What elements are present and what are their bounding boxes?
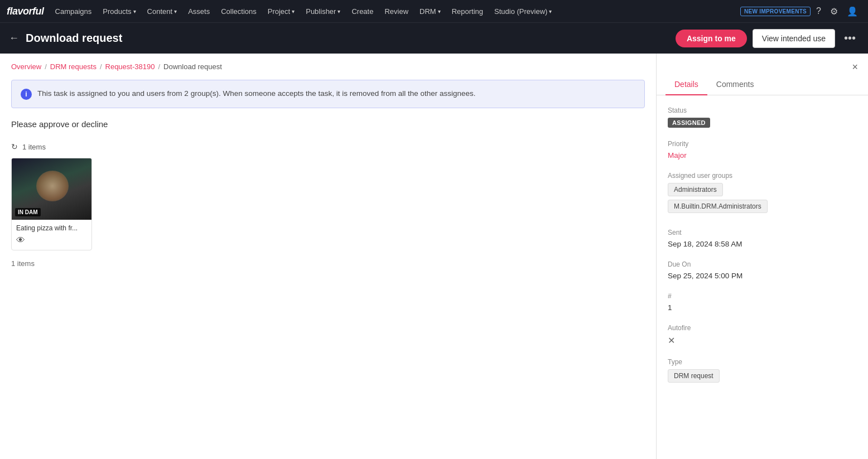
chevron-down-icon: ▾ (174, 8, 177, 15)
approve-text: Please approve or decline (11, 119, 645, 129)
group-tag-administrators: Administrators (668, 183, 723, 196)
chevron-down-icon: ▾ (549, 8, 552, 15)
priority-label: Priority (668, 140, 857, 148)
due-label: Due On (668, 260, 857, 268)
more-options-button[interactable]: ••• (841, 30, 859, 47)
main-layout: Overview / DRM requests / Request-38190 … (0, 54, 868, 459)
panel-tabs: Details Comments (657, 74, 868, 95)
breadcrumb-current: Download request (163, 62, 222, 71)
nav-content[interactable]: Content ▾ (143, 5, 182, 18)
breadcrumb-request-id[interactable]: Request-38190 (105, 62, 155, 71)
number-value: 1 (668, 303, 857, 312)
group-tag-builtin-drm: M.Builtin.DRM.Administrators (668, 200, 768, 213)
detail-priority: Priority Major (668, 140, 857, 160)
nav-review[interactable]: Review (380, 5, 413, 18)
refresh-icon[interactable]: ↻ (11, 142, 18, 151)
tab-details[interactable]: Details (666, 74, 707, 95)
priority-value: Major (668, 151, 857, 160)
chevron-down-icon: ▾ (133, 8, 136, 15)
items-header: ↻ 1 items (11, 142, 645, 151)
detail-sent: Sent Sep 18, 2024 8:58 AM (668, 229, 857, 248)
nav-products[interactable]: Products ▾ (98, 5, 140, 18)
nav-studio[interactable]: Studio (Preview) ▾ (490, 5, 556, 18)
close-button[interactable]: × (851, 60, 859, 74)
detail-status: Status ASSIGNED (668, 107, 857, 128)
settings-icon[interactable]: ⚙ (827, 4, 841, 19)
nav-project[interactable]: Project ▾ (263, 5, 299, 18)
due-value: Sep 25, 2024 5:00 PM (668, 272, 857, 280)
items-section: ↻ 1 items IN DAM Eating pizza with fr...… (11, 142, 645, 268)
asset-thumbnail: IN DAM (12, 158, 92, 220)
detail-assigned-groups: Assigned user groups Administrators M.Bu… (668, 172, 857, 216)
detail-due: Due On Sep 25, 2024 5:00 PM (668, 260, 857, 280)
assigned-groups-label: Assigned user groups (668, 172, 857, 180)
asset-title: Eating pizza with fr... (16, 224, 87, 232)
status-badge: ASSIGNED (668, 118, 710, 128)
breadcrumb: Overview / DRM requests / Request-38190 … (11, 62, 645, 71)
help-icon[interactable]: ? (813, 4, 824, 18)
info-banner-text: This task is assigned to you and users f… (37, 88, 476, 99)
status-label: Status (668, 107, 857, 114)
autofire-label: Autofire (668, 324, 857, 332)
type-label: Type (668, 358, 857, 366)
user-icon[interactable]: 👤 (843, 4, 861, 19)
nav-assets[interactable]: Assets (184, 5, 214, 18)
nav-create[interactable]: Create (347, 5, 378, 18)
breadcrumb-overview[interactable]: Overview (11, 62, 41, 71)
tab-comments[interactable]: Comments (707, 74, 763, 95)
in-dam-badge: IN DAM (15, 208, 41, 216)
view-intended-use-button[interactable]: View intended use (753, 29, 835, 48)
nav-campaigns[interactable]: Campaigns (51, 5, 97, 18)
nav-reporting[interactable]: Reporting (447, 5, 488, 18)
info-banner: i This task is assigned to you and users… (11, 80, 645, 108)
groups-container: Administrators M.Builtin.DRM.Administrat… (668, 183, 857, 216)
new-improvements-badge[interactable]: NEW IMPROVEMENTS (740, 7, 811, 16)
brand-logo[interactable]: flavorful (7, 6, 44, 17)
panel-body: Status ASSIGNED Priority Major Assigned … (657, 95, 868, 459)
asset-info: Eating pizza with fr... 👁 (12, 220, 91, 250)
page-header: ← Download request Assign to me View int… (0, 22, 868, 54)
eye-icon[interactable]: 👁 (16, 235, 25, 245)
breadcrumb-sep-2: / (100, 62, 102, 71)
chevron-down-icon: ▾ (438, 8, 441, 15)
right-panel: × Details Comments Status ASSIGNED Prior… (656, 54, 868, 459)
info-icon: i (21, 89, 32, 100)
detail-autofire: Autofire ✕ (668, 324, 857, 346)
chevron-down-icon: ▾ (337, 8, 340, 15)
autofire-value: ✕ (668, 335, 857, 346)
nav-publisher[interactable]: Publisher ▾ (301, 5, 345, 18)
chevron-down-icon: ▾ (292, 8, 295, 15)
items-footer: 1 items (11, 259, 645, 268)
assign-to-me-button[interactable]: Assign to me (676, 30, 747, 47)
back-button[interactable]: ← (9, 32, 19, 44)
number-label: # (668, 292, 857, 300)
type-value: DRM request (668, 369, 720, 383)
sent-label: Sent (668, 229, 857, 236)
nav-drm[interactable]: DRM ▾ (415, 5, 445, 18)
items-count: 1 items (22, 143, 46, 151)
content-area: Overview / DRM requests / Request-38190 … (0, 54, 656, 459)
top-nav: flavorful Campaigns Products ▾ Content ▾… (0, 0, 868, 22)
nav-collections[interactable]: Collections (216, 5, 261, 18)
detail-type: Type DRM request (668, 358, 857, 383)
detail-number: # 1 (668, 292, 857, 312)
breadcrumb-sep-1: / (45, 62, 47, 71)
sent-value: Sep 18, 2024 8:58 AM (668, 240, 857, 248)
breadcrumb-drm-requests[interactable]: DRM requests (50, 62, 97, 71)
panel-header: × (657, 54, 868, 74)
asset-card[interactable]: IN DAM Eating pizza with fr... 👁 (11, 158, 92, 250)
breadcrumb-sep-3: / (158, 62, 160, 71)
page-title: Download request (26, 32, 676, 45)
